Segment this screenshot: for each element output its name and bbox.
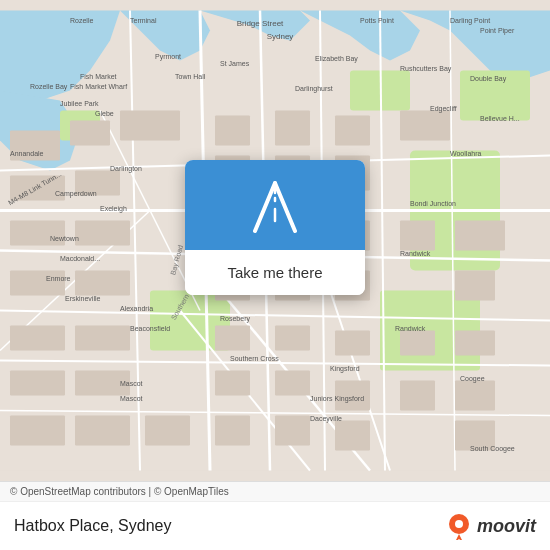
svg-text:Annandale: Annandale <box>10 150 44 157</box>
svg-text:Fish Market Wharf: Fish Market Wharf <box>70 83 127 90</box>
svg-rect-68 <box>455 381 495 411</box>
location-bar: Hatbox Place, Sydney moovit <box>0 501 550 550</box>
svg-rect-25 <box>70 121 110 146</box>
svg-rect-64 <box>275 416 310 446</box>
card-icon-area <box>185 160 365 250</box>
svg-text:Bondi Junction: Bondi Junction <box>410 200 456 207</box>
svg-line-120 <box>255 183 275 231</box>
svg-text:Darlinghurst: Darlinghurst <box>295 85 333 93</box>
svg-text:Southern Cross: Southern Cross <box>230 355 279 362</box>
svg-text:Randwick: Randwick <box>395 325 426 332</box>
svg-rect-47 <box>215 371 250 396</box>
svg-rect-50 <box>400 331 435 356</box>
svg-text:Erskineville: Erskineville <box>65 295 101 302</box>
road-icon <box>240 173 310 237</box>
svg-text:Beaconsfield: Beaconsfield <box>130 325 170 332</box>
app: Bridge Street Sydney Potts Point Darling… <box>0 0 550 550</box>
location-text: Hatbox Place, Sydney <box>14 517 171 535</box>
svg-text:Potts Point: Potts Point <box>360 17 394 24</box>
svg-text:St James: St James <box>220 60 250 67</box>
svg-text:Darling Point: Darling Point <box>450 17 490 25</box>
svg-text:Mascot: Mascot <box>120 380 143 387</box>
svg-text:Woollahra: Woollahra <box>450 150 481 157</box>
svg-rect-61 <box>75 416 130 446</box>
svg-text:Jubilee Park: Jubilee Park <box>60 100 99 107</box>
svg-rect-44 <box>455 271 495 301</box>
bottom-bar: © OpenStreetMap contributors | © OpenMap… <box>0 481 550 550</box>
svg-rect-39 <box>400 221 435 251</box>
svg-rect-66 <box>335 421 370 451</box>
moovit-wordmark: moovit <box>477 516 536 537</box>
svg-text:Rozelle Bay: Rozelle Bay <box>30 83 68 91</box>
moovit-logo: moovit <box>445 512 536 540</box>
svg-rect-55 <box>75 271 130 296</box>
svg-text:Point Piper: Point Piper <box>480 27 515 35</box>
svg-text:Randwick: Randwick <box>400 250 431 257</box>
attribution-text: © OpenStreetMap contributors | © OpenMap… <box>10 486 229 497</box>
svg-rect-53 <box>75 221 130 246</box>
svg-text:Rosebery: Rosebery <box>220 315 250 323</box>
svg-text:Town Hall: Town Hall <box>175 73 206 80</box>
svg-text:Coogee: Coogee <box>460 375 485 383</box>
svg-rect-26 <box>120 111 180 141</box>
svg-text:Bellevue H...: Bellevue H... <box>480 115 520 122</box>
svg-text:Edgecliff: Edgecliff <box>430 105 457 113</box>
svg-rect-56 <box>10 326 65 351</box>
svg-text:Sydney: Sydney <box>267 32 294 41</box>
svg-text:Juniors Kingsford: Juniors Kingsford <box>310 395 364 403</box>
svg-rect-40 <box>455 221 505 251</box>
svg-text:Enmore: Enmore <box>46 275 71 282</box>
moovit-pin-icon <box>445 512 473 540</box>
svg-text:Kingsford: Kingsford <box>330 365 360 373</box>
svg-rect-67 <box>400 381 435 411</box>
svg-text:Bridge Street: Bridge Street <box>237 19 284 28</box>
svg-rect-58 <box>10 371 65 396</box>
svg-point-125 <box>455 520 463 528</box>
svg-text:South Coogee: South Coogee <box>470 445 515 453</box>
svg-rect-52 <box>10 221 65 246</box>
svg-rect-60 <box>10 416 65 446</box>
svg-rect-62 <box>145 416 190 446</box>
svg-text:Double Bay: Double Bay <box>470 75 507 83</box>
overlay-card: Take me there <box>185 160 365 295</box>
svg-line-121 <box>275 183 295 231</box>
svg-rect-46 <box>275 326 310 351</box>
svg-text:Newtown: Newtown <box>50 235 79 242</box>
svg-rect-29 <box>215 116 250 146</box>
take-me-there-button[interactable]: Take me there <box>185 250 365 295</box>
svg-text:Mascot: Mascot <box>120 395 143 402</box>
svg-text:Darlington: Darlington <box>110 165 142 173</box>
svg-rect-45 <box>215 326 250 351</box>
svg-rect-35 <box>400 111 450 141</box>
svg-text:Pyrmont: Pyrmont <box>155 53 181 61</box>
svg-text:Elizabeth Bay: Elizabeth Bay <box>315 55 358 63</box>
svg-text:Glebe: Glebe <box>95 110 114 117</box>
svg-rect-49 <box>335 331 370 356</box>
svg-rect-57 <box>75 326 130 351</box>
svg-rect-31 <box>275 111 310 146</box>
svg-rect-33 <box>335 116 370 146</box>
svg-rect-48 <box>275 371 310 396</box>
svg-text:Camperdown: Camperdown <box>55 190 97 198</box>
svg-text:Exeleigh: Exeleigh <box>100 205 127 213</box>
svg-text:Daceyville: Daceyville <box>310 415 342 423</box>
svg-text:Rushcutters Bay: Rushcutters Bay <box>400 65 452 73</box>
svg-text:Alexandria: Alexandria <box>120 305 153 312</box>
svg-text:Macdonald...: Macdonald... <box>60 255 100 262</box>
svg-rect-51 <box>455 331 495 356</box>
attribution-bar: © OpenStreetMap contributors | © OpenMap… <box>0 481 550 501</box>
svg-rect-63 <box>215 416 250 446</box>
svg-text:Fish Market: Fish Market <box>80 73 117 80</box>
svg-text:Terminal: Terminal <box>130 17 157 24</box>
map-container: Bridge Street Sydney Potts Point Darling… <box>0 0 550 481</box>
svg-text:Rozelle: Rozelle <box>70 17 93 24</box>
